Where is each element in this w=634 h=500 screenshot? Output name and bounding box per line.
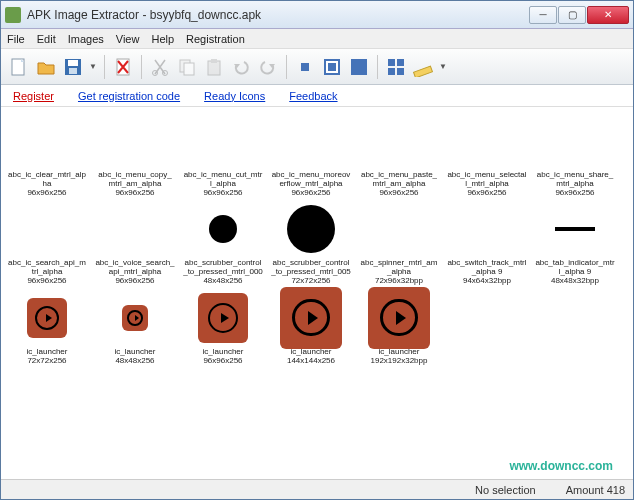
thumbnail-image: [95, 199, 175, 259]
thumbnail-item[interactable]: abc_tab_indicator_mtrl_alpha 948x48x32bp…: [533, 199, 617, 285]
thumbnail-image: [535, 199, 615, 259]
view-medium-icon[interactable]: [320, 55, 344, 79]
copy-icon[interactable]: [175, 55, 199, 79]
thumbnail-image: [7, 288, 87, 348]
item-dimensions: 144x144x256: [287, 357, 335, 366]
svg-rect-3: [69, 68, 77, 74]
thumbnail-item[interactable]: ic_launcher48x48x256: [93, 288, 177, 366]
svg-rect-16: [388, 59, 395, 66]
item-dimensions: 96x96x256: [271, 189, 351, 198]
item-name: abc_scrubber_control_to_pressed_mtrl_000: [183, 259, 263, 277]
svg-rect-17: [397, 59, 404, 66]
menubar: FileEditImagesViewHelpRegistration: [1, 29, 633, 49]
window-controls: ─ ▢ ✕: [529, 6, 629, 24]
thumbnail-item[interactable]: abc_ic_menu_moreoverflow_mtrl_alpha96x96…: [269, 111, 353, 197]
thumbnail-item[interactable]: abc_ic_menu_paste_mtrl_am_alpha96x96x256: [357, 111, 441, 197]
thumbnail-image: [271, 111, 351, 171]
status-selection: No selection: [475, 484, 536, 496]
svg-rect-10: [211, 59, 217, 63]
item-name: abc_scrubber_control_to_pressed_mtrl_005: [271, 259, 351, 277]
redo-icon[interactable]: [256, 55, 280, 79]
item-dimensions: 96x96x256: [447, 189, 527, 198]
thumbnail-item[interactable]: abc_ic_menu_selectall_mtrl_alpha96x96x25…: [445, 111, 529, 197]
item-dimensions: 96x96x256: [203, 357, 244, 366]
grid-view-icon[interactable]: [384, 55, 408, 79]
thumbnail-grid: abc_ic_clear_mtrl_alpha96x96x256abc_ic_m…: [5, 111, 629, 365]
thumbnail-image: [447, 111, 527, 171]
item-name: abc_ic_menu_cut_mtrl_alpha: [183, 171, 263, 189]
item-dimensions: 48x48x256: [183, 277, 263, 286]
thumbnail-item[interactable]: ic_launcher192x192x32bpp: [357, 288, 441, 366]
minimize-button[interactable]: ─: [529, 6, 557, 24]
close-button[interactable]: ✕: [587, 6, 629, 24]
ruler-dropdown-icon[interactable]: ▼: [438, 62, 448, 71]
menu-help[interactable]: Help: [151, 33, 174, 45]
cut-icon[interactable]: [148, 55, 172, 79]
separator: [286, 55, 287, 79]
thumbnail-item[interactable]: abc_ic_search_api_mtrl_alpha96x96x256: [5, 199, 89, 285]
thumbnail-item[interactable]: ic_launcher72x72x256: [5, 288, 89, 366]
thumbnail-item[interactable]: abc_ic_clear_mtrl_alpha96x96x256: [5, 111, 89, 197]
item-name: abc_ic_search_api_mtrl_alpha: [7, 259, 87, 277]
thumbnail-item[interactable]: abc_switch_track_mtrl_alpha 994x64x32bpp: [445, 199, 529, 285]
view-small-icon[interactable]: [293, 55, 317, 79]
item-dimensions: 72x72x256: [271, 277, 351, 286]
item-dimensions: 48x48x256: [115, 357, 156, 366]
menu-images[interactable]: Images: [68, 33, 104, 45]
link-get-registration-code[interactable]: Get registration code: [78, 90, 180, 102]
thumbnail-image: [359, 199, 439, 259]
delete-icon[interactable]: [111, 55, 135, 79]
save-icon[interactable]: [61, 55, 85, 79]
view-large-icon[interactable]: [347, 55, 371, 79]
item-dimensions: 96x96x256: [535, 189, 615, 198]
item-name: abc_tab_indicator_mtrl_alpha 9: [535, 259, 615, 277]
new-icon[interactable]: [7, 55, 31, 79]
thumbnail-image: [359, 111, 439, 171]
svg-rect-8: [184, 63, 194, 75]
thumbnail-image: [271, 288, 351, 348]
thumbnail-image: [447, 199, 527, 259]
svg-rect-9: [208, 61, 220, 75]
thumbnail-item[interactable]: ic_launcher96x96x256: [181, 288, 265, 366]
link-ready-icons[interactable]: Ready Icons: [204, 90, 265, 102]
item-dimensions: 96x96x256: [359, 189, 439, 198]
menu-file[interactable]: File: [7, 33, 25, 45]
svg-rect-14: [328, 63, 336, 71]
thumbnail-item[interactable]: abc_ic_menu_share_mtrl_alpha96x96x256: [533, 111, 617, 197]
ruler-icon[interactable]: [411, 55, 435, 79]
menu-view[interactable]: View: [116, 33, 140, 45]
thumbnail-image: [95, 288, 175, 348]
thumbnail-item[interactable]: ic_launcher144x144x256: [269, 288, 353, 366]
open-icon[interactable]: [34, 55, 58, 79]
save-dropdown-icon[interactable]: ▼: [88, 62, 98, 71]
statusbar: No selection Amount 418: [1, 479, 633, 499]
thumbnail-image: [7, 111, 87, 171]
link-register[interactable]: Register: [13, 90, 54, 102]
item-name: abc_ic_menu_share_mtrl_alpha: [535, 171, 615, 189]
item-name: abc_ic_menu_selectall_mtrl_alpha: [447, 171, 527, 189]
menu-registration[interactable]: Registration: [186, 33, 245, 45]
undo-icon[interactable]: [229, 55, 253, 79]
thumbnail-item[interactable]: abc_ic_voice_search_api_mtrl_alpha96x96x…: [93, 199, 177, 285]
svg-rect-15: [351, 59, 367, 75]
paste-icon[interactable]: [202, 55, 226, 79]
thumbnail-item[interactable]: abc_ic_menu_cut_mtrl_alpha96x96x256: [181, 111, 265, 197]
maximize-button[interactable]: ▢: [558, 6, 586, 24]
item-dimensions: 94x64x32bpp: [447, 277, 527, 286]
thumbnail-item[interactable]: abc_scrubber_control_to_pressed_mtrl_005…: [269, 199, 353, 285]
linkbar: RegisterGet registration codeReady Icons…: [1, 85, 633, 107]
item-dimensions: 192x192x32bpp: [371, 357, 428, 366]
thumbnail-item[interactable]: abc_ic_menu_copy_mtrl_am_alpha96x96x256: [93, 111, 177, 197]
link-feedback[interactable]: Feedback: [289, 90, 337, 102]
thumbnail-image: [183, 288, 263, 348]
status-amount-label: Amount: [566, 484, 604, 496]
content-area[interactable]: abc_ic_clear_mtrl_alpha96x96x256abc_ic_m…: [1, 107, 633, 479]
thumbnail-item[interactable]: abc_spinner_mtrl_am_alpha72x96x32bpp: [357, 199, 441, 285]
item-dimensions: 96x96x256: [7, 189, 87, 198]
item-dimensions: 96x96x256: [7, 277, 87, 286]
svg-rect-2: [68, 60, 78, 66]
separator: [104, 55, 105, 79]
menu-edit[interactable]: Edit: [37, 33, 56, 45]
thumbnail-image: [7, 199, 87, 259]
thumbnail-item[interactable]: abc_scrubber_control_to_pressed_mtrl_000…: [181, 199, 265, 285]
